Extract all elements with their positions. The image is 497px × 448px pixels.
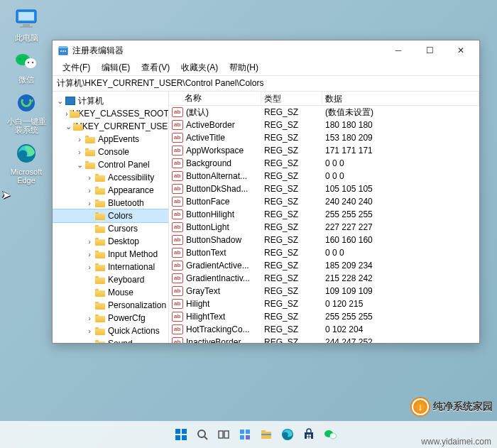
list-row[interactable]: ButtonHilightREG_SZ255 255 255	[169, 208, 479, 221]
twisty-icon[interactable]: ›	[85, 250, 94, 258]
desktop-icon-edge[interactable]: Microsoft Edge	[4, 141, 48, 185]
taskbar-edge-button[interactable]	[279, 426, 296, 443]
tree-node-label: Personalization	[108, 300, 166, 310]
svg-rect-17	[175, 429, 180, 434]
twisty-icon[interactable]: ›	[65, 109, 68, 118]
tree-node-label: Control Panel	[98, 160, 150, 170]
twisty-icon[interactable]: ›	[85, 263, 94, 271]
tree-node[interactable]: Personalization	[53, 299, 168, 312]
svg-point-7	[24, 58, 26, 60]
twisty-icon[interactable]: ⌄	[75, 160, 84, 170]
taskbar-start-button[interactable]	[173, 426, 190, 443]
twisty-icon[interactable]: ›	[85, 314, 94, 322]
tree-node[interactable]: ›Appearance	[53, 184, 168, 197]
twisty-icon[interactable]: ⌄	[55, 97, 64, 106]
list-row[interactable]: ButtonLightREG_SZ227 227 227	[169, 221, 479, 234]
tree-node[interactable]: Cursors	[53, 222, 168, 235]
reg-string-icon	[172, 235, 183, 245]
taskbar-wechat-button[interactable]	[322, 426, 339, 443]
tree-node[interactable]: ›AppEvents	[53, 133, 168, 146]
menu-file[interactable]: 文件(F)	[57, 60, 96, 75]
registry-editor-window: 注册表编辑器 ─ ☐ ✕ 文件(F) 编辑(E) 查看(V) 收藏夹(A) 帮助…	[52, 40, 480, 344]
titlebar[interactable]: 注册表编辑器 ─ ☐ ✕	[53, 40, 479, 60]
list-row[interactable]: ButtonShadowREG_SZ160 160 160	[169, 234, 479, 246]
list-row[interactable]: HilightREG_SZ0 120 215	[169, 297, 479, 310]
list-row[interactable]: HilightTextREG_SZ255 255 255	[169, 310, 479, 323]
tree-root[interactable]: ⌄ 计算机	[53, 94, 168, 107]
watermark-url: www.yidaimei.com	[421, 437, 491, 447]
tree-node[interactable]: ⌄HKEY_CURRENT_USER	[53, 120, 168, 133]
twisty-icon[interactable]: ›	[85, 327, 94, 335]
list-row[interactable]: ButtonDkShad...REG_SZ105 105 105	[169, 182, 479, 195]
reg-string-icon	[172, 197, 183, 207]
list-row[interactable]: HotTrackingCo...REG_SZ0 102 204	[169, 323, 479, 336]
value-data: 0 102 204	[322, 324, 479, 334]
twisty-icon[interactable]: ›	[85, 199, 94, 207]
address-bar[interactable]: 计算机\HKEY_CURRENT_USER\Control Panel\Colo…	[53, 76, 479, 92]
list-row[interactable]: (默认)REG_SZ(数值未设置)	[169, 106, 479, 119]
twisty-icon[interactable]: ›	[75, 135, 84, 143]
tree-node[interactable]: ›Input Method	[53, 248, 168, 261]
list-header[interactable]: 名称 类型 数据	[169, 92, 479, 106]
desktop-icon-label: 小白一键重装系统	[4, 117, 48, 134]
maximize-button[interactable]: ☐	[414, 40, 445, 60]
tree-node[interactable]: ›PowerCfg	[53, 312, 168, 324]
tree-node[interactable]: ›Console	[53, 146, 168, 158]
taskbar[interactable]: www.yidaimei.com	[0, 421, 497, 448]
folder-icon	[95, 288, 105, 297]
tree-node[interactable]: ›Desktop	[53, 235, 168, 248]
list-row[interactable]: ButtonTextREG_SZ0 0 0	[169, 246, 479, 259]
tree-node[interactable]: ›International	[53, 261, 168, 273]
twisty-icon[interactable]: ›	[75, 148, 84, 156]
desktop-icon-installer[interactable]: 小白一键重装系统	[4, 91, 48, 134]
menu-view[interactable]: 查看(V)	[136, 60, 175, 75]
folder-icon	[95, 237, 105, 246]
address-text: 计算机\HKEY_CURRENT_USER\Control Panel\Colo…	[57, 77, 263, 89]
menu-fav[interactable]: 收藏夹(A)	[175, 60, 224, 75]
list-row[interactable]: ActiveTitleREG_SZ153 180 209	[169, 131, 479, 144]
list-row[interactable]: ButtonAlternat...REG_SZ0 0 0	[169, 170, 479, 182]
list-row[interactable]: GrayTextREG_SZ109 109 109	[169, 285, 479, 297]
list-row[interactable]: ActiveBorderREG_SZ180 180 180	[169, 119, 479, 131]
twisty-icon[interactable]: ›	[85, 186, 94, 195]
tree-node[interactable]: Keyboard	[53, 273, 168, 286]
svg-rect-27	[240, 435, 244, 439]
taskbar-store-button[interactable]	[300, 426, 317, 443]
folder-icon	[95, 301, 105, 310]
tree-node[interactable]: ⌄Control Panel	[53, 158, 168, 171]
registry-tree[interactable]: ⌄ 计算机 ›HKEY_CLASSES_ROOT⌄HKEY_CURRENT_US…	[53, 92, 169, 343]
menu-help[interactable]: 帮助(H)	[224, 60, 264, 75]
tree-node-label: Mouse	[108, 288, 133, 297]
desktop-icon-wechat[interactable]: 微信	[4, 49, 48, 84]
taskbar-search-button[interactable]	[194, 426, 211, 443]
tree-node[interactable]: Colors	[53, 209, 168, 222]
col-type[interactable]: 类型	[261, 92, 322, 105]
col-data[interactable]: 数据	[322, 92, 479, 105]
twisty-icon[interactable]: ›	[85, 237, 94, 246]
desktop-icon-pc[interactable]: 此电脑	[4, 7, 48, 42]
twisty-icon[interactable]: ⌄	[65, 122, 72, 131]
taskbar-taskview-button[interactable]	[215, 426, 232, 443]
twisty-icon[interactable]: ›	[85, 173, 94, 182]
tree-node[interactable]: ›Accessibility	[53, 171, 168, 184]
col-name[interactable]: 名称	[169, 92, 261, 105]
tree-node[interactable]: ›Bluetooth	[53, 197, 168, 209]
tree-node-label: Input Method	[108, 249, 158, 259]
menu-edit[interactable]: 编辑(E)	[96, 60, 136, 75]
tree-node[interactable]: ›Quick Actions	[53, 324, 168, 337]
taskbar-widgets-button[interactable]	[236, 426, 253, 443]
list-row[interactable]: GradientActive...REG_SZ185 209 234	[169, 259, 479, 272]
close-button[interactable]: ✕	[445, 40, 476, 60]
list-row[interactable]: InactiveBorderREG_SZ244 247 252	[169, 336, 479, 343]
list-row[interactable]: GradientInactiv...REG_SZ215 228 242	[169, 272, 479, 285]
minimize-button[interactable]: ─	[383, 40, 414, 60]
reg-string-icon	[172, 312, 183, 322]
tree-node[interactable]: Mouse	[53, 286, 168, 299]
list-row[interactable]: ButtonFaceREG_SZ240 240 240	[169, 195, 479, 208]
tree-node[interactable]: ›HKEY_CLASSES_ROOT	[53, 107, 168, 120]
tree-node[interactable]: Sound	[53, 337, 168, 343]
taskbar-explorer-button[interactable]	[258, 426, 275, 443]
list-row[interactable]: BackgroundREG_SZ0 0 0	[169, 157, 479, 170]
list-row[interactable]: AppWorkspaceREG_SZ171 171 171	[169, 144, 479, 157]
window-controls: ─ ☐ ✕	[383, 40, 476, 60]
